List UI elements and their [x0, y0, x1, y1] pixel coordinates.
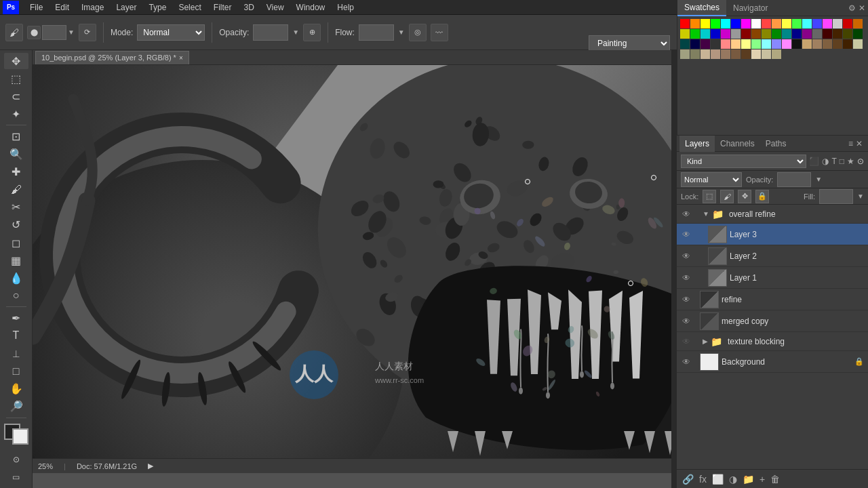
swatch[interactable]: [711, 49, 720, 59]
swatch[interactable]: [690, 39, 700, 49]
swatch[interactable]: [823, 19, 832, 28]
flow-input[interactable]: 100%: [359, 24, 394, 41]
swatch[interactable]: [690, 49, 700, 59]
menu-type[interactable]: Type: [143, 1, 172, 14]
group-expand-overall[interactable]: ▼: [703, 210, 709, 218]
eye-layer1[interactable]: 👁: [681, 272, 692, 283]
layer-item-refine[interactable]: 👁 refine: [677, 289, 868, 310]
swatch[interactable]: [751, 49, 761, 59]
swatch[interactable]: [782, 19, 791, 28]
history-tool[interactable]: ↺: [4, 217, 28, 233]
lock-all-btn[interactable]: 🔒: [755, 190, 769, 203]
canvas-image[interactable]: 人人 人人素材 www.rr-sc.com: [33, 65, 704, 458]
eraser-tool[interactable]: ◻: [4, 235, 28, 251]
menu-window[interactable]: Window: [291, 1, 331, 14]
tab-channels[interactable]: Channels: [715, 136, 760, 152]
swatch[interactable]: [792, 39, 802, 49]
swatch[interactable]: [680, 29, 690, 39]
swatch[interactable]: [802, 19, 812, 28]
swatch[interactable]: [853, 29, 863, 39]
swatch[interactable]: [680, 19, 690, 28]
screen-mode-tool[interactable]: ▭: [4, 469, 28, 485]
menu-view[interactable]: View: [261, 1, 290, 14]
color-swatches[interactable]: [4, 424, 28, 445]
layer-item-layer1[interactable]: 👁 Layer 1: [677, 267, 868, 289]
swatch[interactable]: [823, 39, 832, 49]
swatch[interactable]: [772, 39, 781, 49]
menu-filter[interactable]: Filter: [208, 1, 237, 14]
brush-picker-icon[interactable]: ⬤: [27, 26, 41, 39]
blend-mode-select[interactable]: Normal: [137, 24, 205, 41]
swatch[interactable]: [690, 29, 700, 39]
group-expand-texture[interactable]: ▶: [703, 338, 708, 345]
swatch[interactable]: [843, 19, 852, 28]
swatch[interactable]: [812, 19, 822, 28]
swatch[interactable]: [853, 19, 863, 28]
eye-refine[interactable]: 👁: [681, 294, 692, 305]
eye-texture-blocking[interactable]: 👁: [681, 336, 692, 347]
menu-help[interactable]: Help: [332, 1, 359, 14]
crop-tool[interactable]: ⊡: [4, 128, 28, 144]
brush-angle-icon[interactable]: ⟳: [79, 24, 96, 41]
eye-background[interactable]: 👁: [681, 357, 692, 367]
tab-navigator[interactable]: Navigator: [726, 0, 774, 16]
group-overall-refine[interactable]: 👁 ▼ 📁 overall refine: [677, 205, 868, 224]
lock-transparent-btn[interactable]: ⬚: [703, 190, 716, 203]
flow-arrow[interactable]: ▼: [398, 28, 405, 36]
layer-blend-mode-select[interactable]: Normal: [681, 172, 742, 187]
swatch[interactable]: [762, 49, 771, 59]
swatch[interactable]: [731, 29, 741, 39]
filter-adjust-icon[interactable]: ◑: [822, 157, 829, 166]
swatch[interactable]: [833, 19, 842, 28]
swatch[interactable]: [762, 19, 771, 28]
swatch[interactable]: [701, 29, 710, 39]
filter-shape-icon[interactable]: □: [840, 157, 844, 166]
background-color[interactable]: [12, 428, 28, 445]
path-select-tool[interactable]: ⟂: [4, 345, 28, 361]
layer-item-background[interactable]: 👁 Background 🔒: [677, 351, 868, 373]
lasso-tool[interactable]: ⊂: [4, 88, 28, 104]
hand-tool[interactable]: ✋: [4, 381, 28, 397]
swatch[interactable]: [721, 19, 730, 28]
filter-smart-icon[interactable]: ★: [847, 157, 854, 166]
filter-type-icon[interactable]: T: [831, 157, 836, 166]
menu-file[interactable]: File: [24, 1, 48, 14]
swatch[interactable]: [762, 29, 771, 39]
tab-close-button[interactable]: ×: [179, 54, 183, 62]
marquee-tool[interactable]: ⬚: [4, 70, 28, 87]
eye-layer2[interactable]: 👁: [681, 251, 692, 262]
swatch[interactable]: [741, 39, 751, 49]
swatch[interactable]: [772, 29, 781, 39]
clone-stamp-tool[interactable]: ✂: [4, 199, 28, 216]
brush-tool[interactable]: 🖌: [4, 182, 28, 198]
swatch[interactable]: [741, 19, 751, 28]
swatch[interactable]: [751, 29, 761, 39]
add-mask-icon[interactable]: ⬜: [712, 474, 724, 485]
menu-layer[interactable]: Layer: [111, 1, 142, 14]
swatch[interactable]: [731, 19, 741, 28]
swatch[interactable]: [721, 29, 730, 39]
swatch[interactable]: [853, 39, 863, 49]
swatch[interactable]: [802, 39, 812, 49]
menu-edit[interactable]: Edit: [50, 1, 75, 14]
swatch[interactable]: [772, 19, 781, 28]
swatch[interactable]: [721, 49, 730, 59]
swatch[interactable]: [792, 19, 802, 28]
swatch[interactable]: [741, 29, 751, 39]
layer-item-layer2[interactable]: 👁 Layer 2: [677, 245, 868, 267]
swatch[interactable]: [731, 49, 741, 59]
swatch[interactable]: [843, 39, 852, 49]
filter-kind-select[interactable]: Kind: [681, 155, 806, 168]
layers-panel-close-icon[interactable]: ✕: [856, 139, 863, 148]
swatch[interactable]: [751, 39, 761, 49]
swatch[interactable]: [680, 49, 690, 59]
layers-panel-options-icon[interactable]: ≡: [848, 139, 853, 148]
swatch[interactable]: [762, 39, 771, 49]
canvas-tab[interactable]: 10_begin.psd @ 25% (Layer 3, RGB/8) * ×: [35, 51, 189, 64]
swatch[interactable]: [782, 39, 791, 49]
swatch[interactable]: [721, 39, 730, 49]
layer-item-merged-copy[interactable]: 👁 merged copy: [677, 310, 868, 332]
filter-pixel-icon[interactable]: ⬛: [809, 157, 819, 166]
gradient-tool[interactable]: ▦: [4, 252, 28, 268]
eye-merged-copy[interactable]: 👁: [681, 316, 692, 327]
